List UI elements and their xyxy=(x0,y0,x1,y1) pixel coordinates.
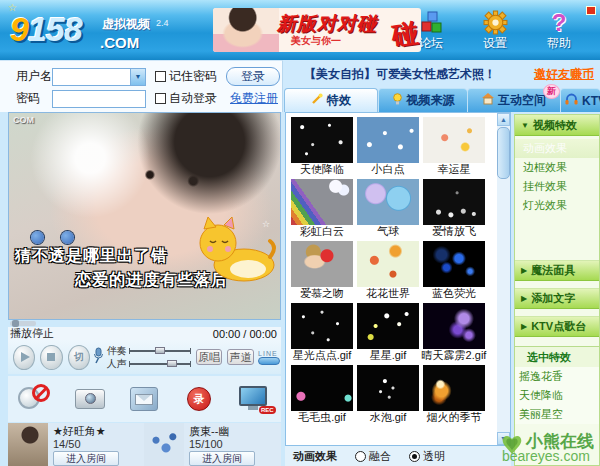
selected-effect-item[interactable]: 天使降临 xyxy=(515,386,599,405)
enter-room-button[interactable]: 进入房间 xyxy=(53,451,119,466)
radio-icon[interactable] xyxy=(355,451,366,462)
chevron-down-icon[interactable]: ▼ xyxy=(130,69,145,85)
room-card[interactable]: 廣東--幽 15/100 进入房间 xyxy=(144,423,280,466)
record-button[interactable]: 录 xyxy=(180,382,218,416)
sidebar-group-magic-mask[interactable]: ▶ 魔法面具 xyxy=(515,260,599,281)
tab-ktv[interactable]: KTV xyxy=(560,88,600,112)
player-statusbar: 播放停止 00:00 / 00:00 xyxy=(8,327,281,340)
effect-thumbnail[interactable] xyxy=(291,365,353,411)
sidebar-item-border-effects[interactable]: 边框效果 xyxy=(515,158,599,177)
effect-item[interactable]: 天使降临 xyxy=(289,117,355,177)
effect-label: 水泡.gif xyxy=(355,411,421,425)
accompaniment-slider[interactable] xyxy=(129,350,191,352)
effect-thumbnail[interactable] xyxy=(423,117,485,163)
effect-item[interactable]: 蓝色荧光 xyxy=(421,241,487,301)
effect-thumbnail[interactable] xyxy=(291,117,353,163)
effects-scrollbar[interactable]: ▲ ▼ xyxy=(497,113,510,445)
accompaniment-slider-thumb[interactable] xyxy=(155,347,165,354)
effect-thumbnail[interactable] xyxy=(357,117,419,163)
announcement-bar: 【美女自拍】可爱美女性感艺术照！ 邀好友赚币 xyxy=(290,62,598,86)
vocals-slider[interactable] xyxy=(129,363,191,365)
room-avatar[interactable] xyxy=(144,423,184,466)
scroll-up-icon[interactable]: ▲ xyxy=(497,113,510,126)
close-icon[interactable] xyxy=(586,6,596,15)
selected-effect-item[interactable]: 美丽星空 xyxy=(515,405,599,424)
envelope-icon xyxy=(135,394,153,405)
effect-item[interactable]: 爱情放飞 xyxy=(421,179,487,239)
effect-item[interactable]: 彩虹白云 xyxy=(289,179,355,239)
username-combobox[interactable]: ▼ xyxy=(52,68,146,86)
invite-friends-link[interactable]: 邀好友赚币 xyxy=(534,66,594,83)
screen-record-button[interactable]: REC xyxy=(235,382,273,416)
scrollbar-thumb[interactable] xyxy=(497,127,510,179)
sidebar-item-animation-effects[interactable]: 动画效果 xyxy=(515,139,599,158)
room-user-count: 15/100 xyxy=(189,438,255,451)
password-field[interactable] xyxy=(52,90,146,108)
effect-item[interactable]: 星星.gif xyxy=(355,303,421,363)
remember-password-checkbox[interactable]: 记住密码 xyxy=(155,68,217,85)
sidebar-item-light-effects[interactable]: 灯光效果 xyxy=(515,196,599,215)
ad-banner[interactable]: 新版对对碰 美女与你一 碰 xyxy=(213,8,421,52)
effect-item[interactable]: 花花世界 xyxy=(355,241,421,301)
snapshot-button[interactable] xyxy=(71,382,109,416)
sidebar-group-ktv-playlist[interactable]: ▶ KTV点歌台 xyxy=(515,316,599,337)
effect-item[interactable]: 幸运星 xyxy=(421,117,487,177)
forum-button[interactable]: 论坛 xyxy=(408,8,454,52)
effect-thumbnail[interactable] xyxy=(291,241,353,287)
logo: ☆ 9158 .COM 虚拟视频 2.4 xyxy=(8,4,213,56)
effect-item[interactable]: 爱慕之吻 xyxy=(289,241,355,301)
play-button[interactable] xyxy=(13,345,35,370)
login-button[interactable]: 登录 xyxy=(226,67,280,86)
effect-item[interactable]: 晴天霹雳2.gif xyxy=(421,303,487,363)
ad-girl-photo xyxy=(213,8,279,52)
effect-thumbnail[interactable] xyxy=(357,303,419,349)
enter-room-button[interactable]: 进入房间 xyxy=(189,451,255,466)
effect-item[interactable]: 小白点 xyxy=(355,117,421,177)
prohibited-icon xyxy=(32,384,50,402)
settings-button[interactable]: 设置 xyxy=(472,8,518,52)
effect-thumbnail[interactable] xyxy=(291,303,353,349)
effect-item[interactable]: 水泡.gif xyxy=(355,365,421,425)
effect-thumbnail[interactable] xyxy=(423,303,485,349)
room-avatar[interactable] xyxy=(8,423,48,466)
effect-thumbnail[interactable] xyxy=(357,241,419,287)
tab-interactive-space[interactable]: 互动空间 新 xyxy=(467,88,560,112)
transparent-radio[interactable]: 透明 xyxy=(409,449,445,464)
scroll-down-icon[interactable]: ▼ xyxy=(497,432,510,445)
username-input[interactable] xyxy=(53,69,130,85)
channel-button[interactable]: 声道 xyxy=(227,349,254,365)
original-vocal-button[interactable]: 原唱 xyxy=(196,349,223,365)
vocals-slider-thumb[interactable] xyxy=(167,360,177,367)
effect-thumbnail[interactable] xyxy=(423,241,485,287)
room-card[interactable]: ★好旺角★ 14/50 进入房间 xyxy=(8,423,144,466)
blend-radio[interactable]: 融合 xyxy=(355,449,391,464)
effect-thumbnail[interactable] xyxy=(357,179,419,225)
line-in-toggle[interactable] xyxy=(258,357,280,365)
effect-thumbnail[interactable] xyxy=(357,365,419,411)
tab-video-source[interactable]: 视频来源 xyxy=(378,88,467,112)
effect-item[interactable]: 毛毛虫.gif xyxy=(289,365,355,425)
sidebar-group-video-effects[interactable]: ▼ 视频特效 xyxy=(515,115,599,136)
radio-icon[interactable] xyxy=(409,451,420,462)
checkbox-icon[interactable] xyxy=(155,93,166,104)
disable-camera-button[interactable] xyxy=(16,382,54,416)
effect-thumbnail[interactable] xyxy=(423,365,485,411)
stop-button[interactable] xyxy=(40,345,62,370)
help-button[interactable]: ? 帮助 xyxy=(536,8,582,52)
effect-thumbnail[interactable] xyxy=(423,179,485,225)
sidebar-group-add-text[interactable]: ▶ 添加文字 xyxy=(515,288,599,309)
house-icon xyxy=(482,93,494,108)
checkbox-icon[interactable] xyxy=(155,71,166,82)
effect-item[interactable]: 星光点点.gif xyxy=(289,303,355,363)
selected-effect-item[interactable]: 摇逸花香 xyxy=(515,367,599,386)
effect-item[interactable]: 气球 xyxy=(355,179,421,239)
sidebar-item-pendant-effects[interactable]: 挂件效果 xyxy=(515,177,599,196)
auto-login-checkbox[interactable]: 自动登录 xyxy=(155,90,217,107)
send-photo-button[interactable] xyxy=(125,382,163,416)
tab-effects[interactable]: 特效 xyxy=(284,88,378,112)
effect-thumbnail[interactable] xyxy=(291,179,353,225)
switch-button[interactable]: 切 xyxy=(68,345,90,370)
rec-badge: REC xyxy=(259,406,276,414)
effect-item[interactable]: 烟火的季节 xyxy=(421,365,487,425)
free-register-link[interactable]: 免费注册 xyxy=(230,90,278,107)
